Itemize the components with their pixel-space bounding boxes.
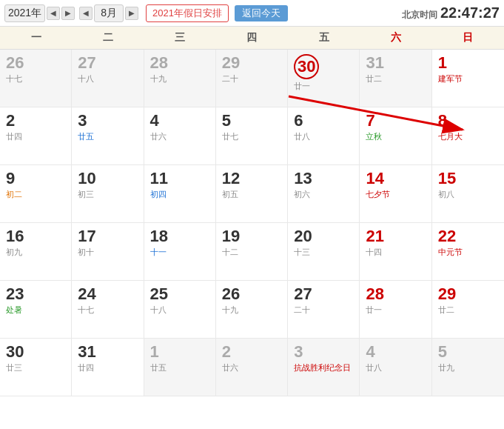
- lunar-label: 十一: [150, 247, 209, 258]
- cal-cell-w5d3[interactable]: 2廿六: [216, 339, 288, 396]
- calendar-grid: 26十七27十八28十九29二十30廿一31廿二1建军节2廿四3廿五4廿六5廿七…: [0, 50, 504, 396]
- day-num: 2: [6, 111, 15, 130]
- cal-cell-w3d2[interactable]: 18十一: [144, 223, 216, 281]
- lunar-label: 抗战胜利纪念日: [294, 362, 353, 373]
- lunar-label: 廿三: [6, 362, 65, 373]
- cal-cell-w5d2[interactable]: 1廿五: [144, 339, 216, 396]
- lunar-label: 初十: [78, 247, 137, 258]
- today-btn[interactable]: 返回今天: [235, 5, 288, 21]
- cal-cell-w5d5[interactable]: 4廿八: [360, 339, 431, 396]
- cal-cell-w1d6[interactable]: 8七月大: [432, 107, 504, 165]
- day-num: 9: [6, 169, 15, 187]
- year-prev-btn[interactable]: ◀: [47, 7, 60, 20]
- lunar-label: 廿八: [294, 131, 353, 142]
- cal-cell-w0d0[interactable]: 26十七: [0, 50, 72, 107]
- day-num: 30: [294, 54, 319, 79]
- lunar-label: 廿二: [438, 305, 498, 316]
- cal-cell-w2d6[interactable]: 15初八: [432, 165, 504, 223]
- day-num: 3: [294, 342, 303, 361]
- calendar-container: 2021年 ◀ ▶ ◀ 8月 ▶ 2021年假日安排 返回今天 北京时间22:4…: [0, 0, 504, 396]
- cal-cell-w1d3[interactable]: 5廿七: [216, 107, 288, 165]
- day-num: 19: [222, 227, 240, 245]
- year-next-btn[interactable]: ▶: [61, 7, 75, 20]
- cal-cell-w5d0[interactable]: 30廿三: [0, 339, 72, 396]
- lunar-label: 廿四: [6, 131, 65, 142]
- lunar-label: 初八: [438, 189, 498, 200]
- cal-cell-w3d4[interactable]: 20十三: [288, 223, 360, 281]
- cal-cell-w2d3[interactable]: 12初五: [216, 165, 288, 223]
- cal-cell-w4d2[interactable]: 25十八: [144, 281, 216, 339]
- cal-cell-w4d1[interactable]: 24十七: [72, 281, 144, 339]
- dow-thu: 四: [216, 27, 288, 49]
- cal-cell-w5d4[interactable]: 3抗战胜利纪念日: [288, 339, 360, 396]
- lunar-label: 廿五: [150, 362, 209, 373]
- day-num: 23: [6, 285, 24, 303]
- month-nav: ◀ 8月 ▶: [79, 4, 138, 22]
- cal-cell-w4d3[interactable]: 26十九: [216, 281, 288, 339]
- day-num: 12: [222, 169, 240, 187]
- day-num: 16: [6, 227, 24, 245]
- lunar-label: 处暑: [6, 305, 65, 316]
- day-num: 25: [150, 285, 168, 303]
- lunar-label: 初六: [294, 189, 353, 200]
- lunar-label: 初二: [6, 189, 65, 200]
- lunar-label: 二十: [222, 73, 281, 84]
- cal-cell-w3d0[interactable]: 16初九: [0, 223, 72, 281]
- cal-cell-w2d2[interactable]: 11初四: [144, 165, 216, 223]
- cal-cell-w4d0[interactable]: 23处暑: [0, 281, 72, 339]
- lunar-label: 廿六: [222, 362, 281, 373]
- cal-cell-w2d4[interactable]: 13初六: [288, 165, 360, 223]
- day-num: 15: [438, 169, 456, 187]
- lunar-label: 廿一: [294, 81, 353, 92]
- lunar-label: 廿四: [78, 362, 137, 373]
- year-label[interactable]: 2021年: [4, 4, 45, 22]
- cal-cell-w3d5[interactable]: 21十四: [360, 223, 431, 281]
- lunar-label: 廿一: [366, 305, 425, 316]
- lunar-label: 十八: [78, 73, 137, 84]
- day-num: 5: [438, 342, 447, 361]
- lunar-label: 十七: [78, 305, 137, 316]
- cal-cell-w3d1[interactable]: 17初十: [72, 223, 144, 281]
- cal-cell-w4d4[interactable]: 27二十: [288, 281, 360, 339]
- lunar-label: 初九: [6, 247, 65, 258]
- cal-cell-w0d1[interactable]: 27十八: [72, 50, 144, 107]
- lunar-label: 廿八: [366, 362, 425, 373]
- day-num: 4: [366, 342, 374, 361]
- cal-cell-w0d4[interactable]: 30廿一: [288, 50, 360, 107]
- dow-header: 一 二 三 四 五 六 日: [0, 27, 504, 50]
- cal-cell-w3d6[interactable]: 22中元节: [432, 223, 504, 281]
- cal-cell-w1d5[interactable]: 7立秋: [360, 107, 431, 165]
- lunar-label: 中元节: [438, 247, 498, 258]
- day-num: 20: [294, 227, 312, 245]
- cal-cell-w2d5[interactable]: 14七夕节: [360, 165, 431, 223]
- cal-cell-w2d1[interactable]: 10初三: [72, 165, 144, 223]
- lunar-label: 初三: [78, 189, 137, 200]
- day-num: 7: [366, 111, 374, 130]
- month-next-btn[interactable]: ▶: [125, 7, 138, 20]
- day-num: 14: [366, 169, 383, 187]
- cal-cell-w3d3[interactable]: 19十二: [216, 223, 288, 281]
- lunar-label: 七夕节: [366, 189, 425, 200]
- cal-cell-w2d0[interactable]: 9初二: [0, 165, 72, 223]
- lunar-label: 初四: [150, 189, 209, 200]
- cal-cell-w4d5[interactable]: 28廿一: [360, 281, 431, 339]
- cal-cell-w1d0[interactable]: 2廿四: [0, 107, 72, 165]
- cal-cell-w5d6[interactable]: 5廿九: [432, 339, 504, 396]
- cal-cell-w1d1[interactable]: 3廿五: [72, 107, 144, 165]
- cal-cell-w4d6[interactable]: 29廿二: [432, 281, 504, 339]
- cal-cell-w0d3[interactable]: 29二十: [216, 50, 288, 107]
- lunar-label: 廿五: [78, 131, 137, 142]
- cal-cell-w1d2[interactable]: 4廿六: [144, 107, 216, 165]
- cal-cell-w5d1[interactable]: 31廿四: [72, 339, 144, 396]
- month-prev-btn[interactable]: ◀: [79, 7, 93, 20]
- holiday-btn[interactable]: 2021年假日安排: [146, 4, 229, 22]
- cal-cell-w0d2[interactable]: 28十九: [144, 50, 216, 107]
- cal-cell-w1d4[interactable]: 6廿八: [288, 107, 360, 165]
- day-num: 22: [438, 227, 456, 245]
- cal-cell-w0d5[interactable]: 31廿二: [360, 50, 431, 107]
- day-num: 31: [78, 342, 95, 361]
- clock-time: 22:47:27: [440, 4, 500, 21]
- day-num: 13: [294, 169, 312, 187]
- cal-cell-w0d6[interactable]: 1建军节: [432, 50, 504, 107]
- month-label[interactable]: 8月: [94, 4, 124, 22]
